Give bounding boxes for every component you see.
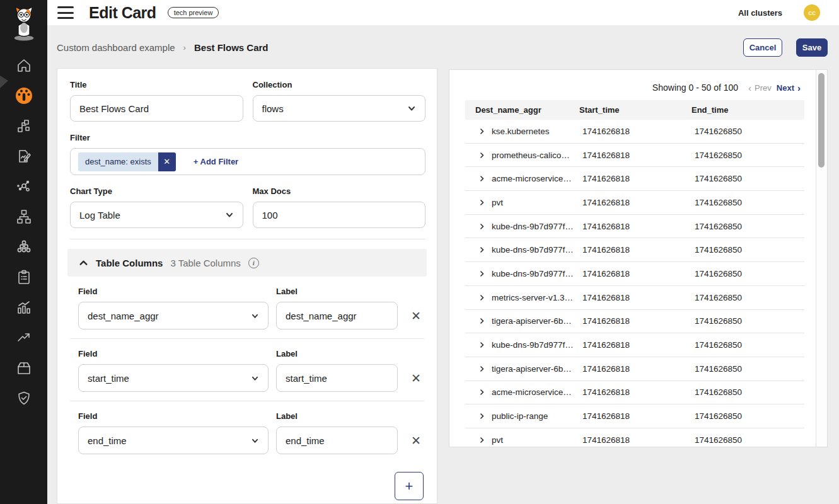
tech-preview-badge: tech preview xyxy=(168,7,219,18)
sidebar-item-reports[interactable] xyxy=(0,141,47,171)
expand-chevron-icon[interactable] xyxy=(478,389,485,396)
chevron-down-icon xyxy=(407,104,416,113)
max-docs-input[interactable] xyxy=(253,202,426,228)
table-row[interactable]: tigera-apiserver-6b… 1741626818 17416268… xyxy=(465,357,804,381)
expand-chevron-icon[interactable] xyxy=(478,365,485,372)
expand-chevron-icon[interactable] xyxy=(478,223,485,230)
table-row[interactable]: kube-dns-9b7d977f… 1741626818 1741626850 xyxy=(465,262,804,286)
field-label: Field xyxy=(78,411,269,421)
table-row[interactable]: public-ip-range 1741626818 1741626850 xyxy=(465,404,804,428)
table-columns-section-header[interactable]: Table Columns 3 Table Columns i xyxy=(67,249,427,277)
cell-end-time: 1741626850 xyxy=(691,387,804,397)
cluster-selector[interactable]: All clusters xyxy=(738,8,782,18)
sitemap-icon xyxy=(16,209,32,224)
scrollbar-thumb[interactable] xyxy=(818,73,825,168)
add-filter-link[interactable]: + Add Filter xyxy=(194,157,238,166)
cell-end-time: 1741626850 xyxy=(691,293,804,302)
chevron-right-icon: › xyxy=(797,83,801,93)
cell-dest-name: kube-dns-9b7d977f… xyxy=(492,222,574,231)
sidebar-item-compliance[interactable] xyxy=(0,262,47,292)
label-label: Label xyxy=(276,411,398,421)
cell-start-time: 1741626818 xyxy=(579,435,691,445)
cell-dest-name: kse.kubernetes xyxy=(492,127,550,136)
sidebar-item-metrics[interactable] xyxy=(0,292,47,323)
expand-chevron-icon[interactable] xyxy=(478,437,485,444)
trend-arrow-icon xyxy=(16,330,32,345)
expand-chevron-icon[interactable] xyxy=(478,152,485,159)
title-input[interactable] xyxy=(70,95,243,122)
expand-chevron-icon[interactable] xyxy=(478,246,485,253)
expand-chevron-icon[interactable] xyxy=(478,199,485,206)
sidebar-notch xyxy=(0,74,8,88)
chevron-down-icon xyxy=(251,312,259,320)
cell-start-time: 1741626818 xyxy=(579,269,691,278)
table-row[interactable]: kse.kubernetes 1741626818 1741626850 xyxy=(465,120,804,144)
prev-button[interactable]: ‹ Prev xyxy=(748,83,772,93)
breadcrumb-current: Best Flows Card xyxy=(194,42,269,53)
table-row[interactable]: kube-dns-9b7d977f… 1741626818 1741626850 xyxy=(465,238,804,262)
cell-start-time: 1741626818 xyxy=(579,364,691,374)
dashboard-gauge-icon xyxy=(14,86,33,105)
sidebar-item-network-graph[interactable] xyxy=(0,171,47,202)
field-select-2[interactable]: start_time xyxy=(78,364,269,392)
field-select-1[interactable]: dest_name_aggr xyxy=(78,302,269,329)
add-column-button[interactable]: + xyxy=(395,472,424,500)
filter-chip-remove-icon[interactable]: ✕ xyxy=(158,152,176,171)
expand-chevron-icon[interactable] xyxy=(478,318,485,324)
remove-column-icon[interactable]: ✕ xyxy=(405,364,427,392)
sidebar-item-security[interactable] xyxy=(0,383,47,413)
column-header: Dest_name_aggr xyxy=(465,105,579,115)
remove-column-icon[interactable]: ✕ xyxy=(405,427,427,454)
cell-dest-name: kube-dns-9b7d977f… xyxy=(492,340,574,350)
field-select-3[interactable]: end_time xyxy=(78,427,269,454)
hamburger-menu-icon[interactable] xyxy=(57,6,74,19)
table-columns-title: Table Columns xyxy=(96,258,163,268)
cell-dest-name: acme-microservice… xyxy=(492,387,572,397)
service-graph-icon xyxy=(16,118,32,134)
table-row[interactable]: pvt 1741626818 1741626850 xyxy=(465,191,804,215)
avatar[interactable]: cc xyxy=(804,4,820,21)
table-row[interactable]: acme-microservice… 1741626818 1741626850 xyxy=(465,381,804,405)
sidebar-item-service-graph[interactable] xyxy=(0,111,47,141)
next-button[interactable]: Next › xyxy=(777,83,801,93)
remove-column-icon[interactable]: ✕ xyxy=(405,302,427,329)
table-row[interactable]: tigera-apiserver-6b… 1741626818 17416268… xyxy=(465,310,804,334)
label-input-3[interactable] xyxy=(276,427,398,454)
label-input-2[interactable] xyxy=(276,364,398,392)
table-row[interactable]: metrics-server-v1.3… 1741626818 17416268… xyxy=(465,286,804,310)
label-input-1[interactable] xyxy=(276,302,398,329)
expand-chevron-icon[interactable] xyxy=(478,270,485,277)
cell-end-time: 1741626850 xyxy=(691,435,804,445)
table-row[interactable]: prometheus-calico… 1741626818 1741626850 xyxy=(465,144,804,168)
save-button[interactable]: Save xyxy=(796,38,828,57)
cell-dest-name: tigera-apiserver-6b… xyxy=(492,316,572,326)
info-icon[interactable]: i xyxy=(248,258,259,268)
sidebar-item-sitemap[interactable] xyxy=(0,202,47,232)
chevron-up-icon[interactable] xyxy=(79,258,88,268)
expand-chevron-icon[interactable] xyxy=(478,128,485,135)
sidebar-item-packages[interactable] xyxy=(0,353,47,383)
expand-chevron-icon[interactable] xyxy=(478,413,485,420)
chart-type-select[interactable]: Log Table xyxy=(70,202,243,228)
breadcrumb-row: Custom dashboard example › Best Flows Ca… xyxy=(57,37,828,58)
cell-start-time: 1741626818 xyxy=(579,387,691,397)
table-row[interactable]: pvt 1741626818 1741626850 xyxy=(465,428,804,447)
sidebar-item-trends[interactable] xyxy=(0,323,47,353)
shield-check-icon xyxy=(16,391,32,406)
table-row[interactable]: kube-dns-9b7d977f… 1741626818 1741626850 xyxy=(465,215,804,239)
expand-chevron-icon[interactable] xyxy=(478,294,485,301)
cancel-button[interactable]: Cancel xyxy=(743,38,782,57)
showing-text: Showing 0 - 50 of 100 xyxy=(652,83,738,93)
column-header: End_time xyxy=(691,105,804,115)
cell-end-time: 1741626850 xyxy=(691,174,804,183)
expand-chevron-icon[interactable] xyxy=(478,341,485,348)
table-row[interactable]: acme-microservice… 1741626818 1741626850 xyxy=(465,167,804,191)
table-columns-count: 3 Table Columns xyxy=(170,258,240,268)
breadcrumb-parent[interactable]: Custom dashboard example xyxy=(57,42,175,53)
collection-select[interactable]: flows xyxy=(253,95,426,122)
sidebar-item-clusters[interactable] xyxy=(0,232,47,262)
expand-chevron-icon[interactable] xyxy=(478,175,485,182)
table-row[interactable]: kube-dns-9b7d977f… 1741626818 1741626850 xyxy=(465,333,804,357)
column-row: Field start_time Label ✕ xyxy=(57,339,437,392)
cell-dest-name: acme-microservice… xyxy=(492,174,572,183)
